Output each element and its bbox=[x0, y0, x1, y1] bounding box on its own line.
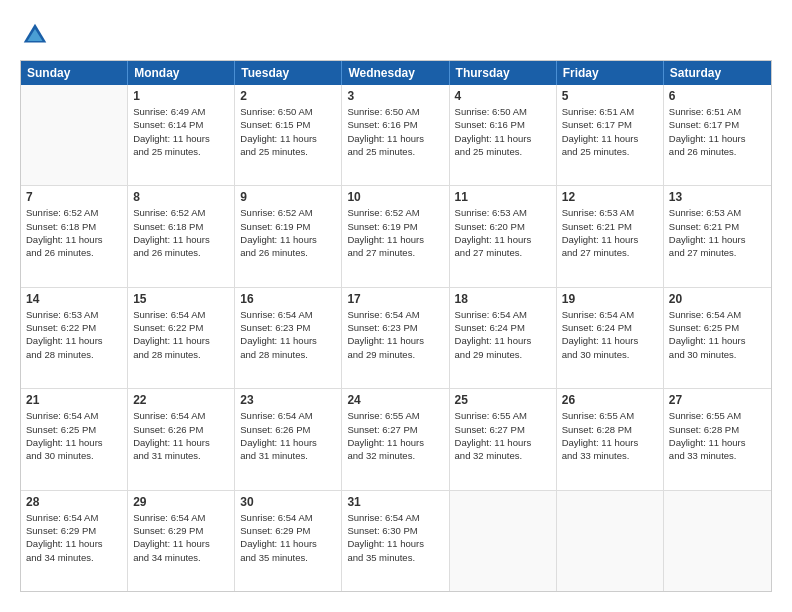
daylight-text: Daylight: 11 hours bbox=[347, 537, 443, 550]
day-number: 26 bbox=[562, 393, 658, 407]
daylight-text: Daylight: 11 hours bbox=[455, 132, 551, 145]
daylight-text: Daylight: 11 hours bbox=[455, 334, 551, 347]
minutes-text: and 29 minutes. bbox=[455, 348, 551, 361]
calendar-cell: 21Sunrise: 6:54 AMSunset: 6:25 PMDayligh… bbox=[21, 389, 128, 489]
sunset-text: Sunset: 6:27 PM bbox=[455, 423, 551, 436]
minutes-text: and 25 minutes. bbox=[455, 145, 551, 158]
calendar-cell: 15Sunrise: 6:54 AMSunset: 6:22 PMDayligh… bbox=[128, 288, 235, 388]
calendar-cell: 19Sunrise: 6:54 AMSunset: 6:24 PMDayligh… bbox=[557, 288, 664, 388]
sunrise-text: Sunrise: 6:51 AM bbox=[562, 105, 658, 118]
calendar-cell: 7Sunrise: 6:52 AMSunset: 6:18 PMDaylight… bbox=[21, 186, 128, 286]
sunrise-text: Sunrise: 6:53 AM bbox=[562, 206, 658, 219]
daylight-text: Daylight: 11 hours bbox=[26, 233, 122, 246]
sunrise-text: Sunrise: 6:53 AM bbox=[669, 206, 766, 219]
sunset-text: Sunset: 6:27 PM bbox=[347, 423, 443, 436]
header-day: Friday bbox=[557, 61, 664, 85]
day-number: 13 bbox=[669, 190, 766, 204]
daylight-text: Daylight: 11 hours bbox=[347, 233, 443, 246]
day-number: 14 bbox=[26, 292, 122, 306]
day-number: 10 bbox=[347, 190, 443, 204]
daylight-text: Daylight: 11 hours bbox=[669, 334, 766, 347]
sunset-text: Sunset: 6:22 PM bbox=[26, 321, 122, 334]
sunrise-text: Sunrise: 6:54 AM bbox=[240, 308, 336, 321]
daylight-text: Daylight: 11 hours bbox=[133, 233, 229, 246]
day-number: 24 bbox=[347, 393, 443, 407]
minutes-text: and 28 minutes. bbox=[240, 348, 336, 361]
daylight-text: Daylight: 11 hours bbox=[26, 334, 122, 347]
calendar-row: 21Sunrise: 6:54 AMSunset: 6:25 PMDayligh… bbox=[21, 389, 771, 490]
daylight-text: Daylight: 11 hours bbox=[240, 233, 336, 246]
minutes-text: and 26 minutes. bbox=[26, 246, 122, 259]
sunset-text: Sunset: 6:23 PM bbox=[347, 321, 443, 334]
daylight-text: Daylight: 11 hours bbox=[347, 436, 443, 449]
sunset-text: Sunset: 6:16 PM bbox=[455, 118, 551, 131]
calendar-cell: 22Sunrise: 6:54 AMSunset: 6:26 PMDayligh… bbox=[128, 389, 235, 489]
sunrise-text: Sunrise: 6:54 AM bbox=[455, 308, 551, 321]
calendar-cell: 13Sunrise: 6:53 AMSunset: 6:21 PMDayligh… bbox=[664, 186, 771, 286]
minutes-text: and 28 minutes. bbox=[26, 348, 122, 361]
daylight-text: Daylight: 11 hours bbox=[133, 334, 229, 347]
day-number: 17 bbox=[347, 292, 443, 306]
sunrise-text: Sunrise: 6:53 AM bbox=[26, 308, 122, 321]
day-number: 29 bbox=[133, 495, 229, 509]
sunrise-text: Sunrise: 6:55 AM bbox=[347, 409, 443, 422]
daylight-text: Daylight: 11 hours bbox=[562, 436, 658, 449]
calendar-cell bbox=[664, 491, 771, 591]
calendar-cell: 30Sunrise: 6:54 AMSunset: 6:29 PMDayligh… bbox=[235, 491, 342, 591]
sunrise-text: Sunrise: 6:51 AM bbox=[669, 105, 766, 118]
sunset-text: Sunset: 6:18 PM bbox=[26, 220, 122, 233]
daylight-text: Daylight: 11 hours bbox=[562, 233, 658, 246]
logo bbox=[20, 20, 54, 50]
calendar-row: 14Sunrise: 6:53 AMSunset: 6:22 PMDayligh… bbox=[21, 288, 771, 389]
minutes-text: and 30 minutes. bbox=[562, 348, 658, 361]
daylight-text: Daylight: 11 hours bbox=[562, 334, 658, 347]
sunset-text: Sunset: 6:28 PM bbox=[669, 423, 766, 436]
day-number: 2 bbox=[240, 89, 336, 103]
minutes-text: and 32 minutes. bbox=[347, 449, 443, 462]
sunset-text: Sunset: 6:24 PM bbox=[562, 321, 658, 334]
day-number: 8 bbox=[133, 190, 229, 204]
calendar-cell: 18Sunrise: 6:54 AMSunset: 6:24 PMDayligh… bbox=[450, 288, 557, 388]
sunset-text: Sunset: 6:17 PM bbox=[669, 118, 766, 131]
day-number: 6 bbox=[669, 89, 766, 103]
sunrise-text: Sunrise: 6:50 AM bbox=[347, 105, 443, 118]
sunset-text: Sunset: 6:23 PM bbox=[240, 321, 336, 334]
minutes-text: and 30 minutes. bbox=[26, 449, 122, 462]
daylight-text: Daylight: 11 hours bbox=[669, 233, 766, 246]
calendar-cell: 3Sunrise: 6:50 AMSunset: 6:16 PMDaylight… bbox=[342, 85, 449, 185]
calendar-row: 7Sunrise: 6:52 AMSunset: 6:18 PMDaylight… bbox=[21, 186, 771, 287]
sunset-text: Sunset: 6:18 PM bbox=[133, 220, 229, 233]
sunrise-text: Sunrise: 6:54 AM bbox=[240, 511, 336, 524]
daylight-text: Daylight: 11 hours bbox=[562, 132, 658, 145]
calendar-cell bbox=[450, 491, 557, 591]
calendar-cell: 28Sunrise: 6:54 AMSunset: 6:29 PMDayligh… bbox=[21, 491, 128, 591]
day-number: 3 bbox=[347, 89, 443, 103]
calendar-cell: 26Sunrise: 6:55 AMSunset: 6:28 PMDayligh… bbox=[557, 389, 664, 489]
daylight-text: Daylight: 11 hours bbox=[240, 537, 336, 550]
minutes-text: and 25 minutes. bbox=[240, 145, 336, 158]
minutes-text: and 27 minutes. bbox=[669, 246, 766, 259]
header-day: Sunday bbox=[21, 61, 128, 85]
sunset-text: Sunset: 6:26 PM bbox=[133, 423, 229, 436]
day-number: 11 bbox=[455, 190, 551, 204]
daylight-text: Daylight: 11 hours bbox=[26, 436, 122, 449]
minutes-text: and 32 minutes. bbox=[455, 449, 551, 462]
calendar-body: 1Sunrise: 6:49 AMSunset: 6:14 PMDaylight… bbox=[21, 85, 771, 591]
daylight-text: Daylight: 11 hours bbox=[455, 436, 551, 449]
minutes-text: and 31 minutes. bbox=[133, 449, 229, 462]
sunset-text: Sunset: 6:26 PM bbox=[240, 423, 336, 436]
sunset-text: Sunset: 6:15 PM bbox=[240, 118, 336, 131]
minutes-text: and 33 minutes. bbox=[669, 449, 766, 462]
calendar-cell: 14Sunrise: 6:53 AMSunset: 6:22 PMDayligh… bbox=[21, 288, 128, 388]
daylight-text: Daylight: 11 hours bbox=[347, 334, 443, 347]
sunset-text: Sunset: 6:16 PM bbox=[347, 118, 443, 131]
calendar-cell: 5Sunrise: 6:51 AMSunset: 6:17 PMDaylight… bbox=[557, 85, 664, 185]
sunrise-text: Sunrise: 6:55 AM bbox=[669, 409, 766, 422]
sunrise-text: Sunrise: 6:50 AM bbox=[455, 105, 551, 118]
calendar-cell bbox=[557, 491, 664, 591]
sunrise-text: Sunrise: 6:54 AM bbox=[347, 308, 443, 321]
sunset-text: Sunset: 6:24 PM bbox=[455, 321, 551, 334]
calendar-cell: 23Sunrise: 6:54 AMSunset: 6:26 PMDayligh… bbox=[235, 389, 342, 489]
sunset-text: Sunset: 6:25 PM bbox=[26, 423, 122, 436]
daylight-text: Daylight: 11 hours bbox=[347, 132, 443, 145]
